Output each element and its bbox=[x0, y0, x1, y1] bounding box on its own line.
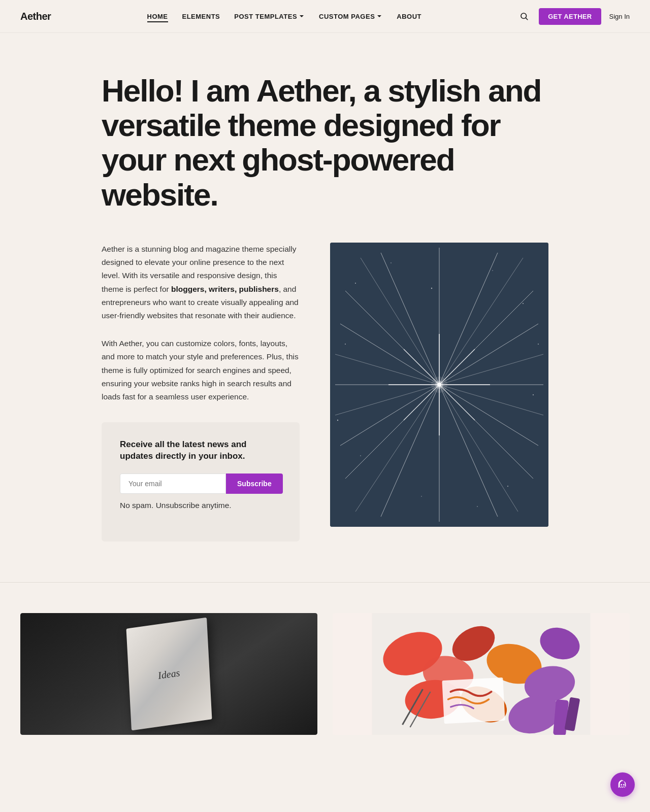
svg-line-1 bbox=[526, 18, 528, 19]
subscribe-form: Subscribe bbox=[120, 473, 281, 494]
svg-point-9 bbox=[533, 394, 534, 395]
cards-grid: Ideas bbox=[20, 613, 630, 735]
svg-point-5 bbox=[431, 288, 432, 289]
chevron-down-icon bbox=[299, 13, 305, 19]
nav-links: HOME ELEMENTS POST TEMPLATES CUSTOM PAGE… bbox=[147, 12, 422, 21]
cards-section: Ideas bbox=[0, 583, 650, 755]
svg-point-6 bbox=[492, 270, 493, 270]
paper-text: Ideas bbox=[157, 667, 180, 682]
card-image-ideas[interactable]: Ideas bbox=[20, 613, 317, 735]
card-item: Ideas bbox=[20, 613, 317, 735]
subscribe-box: Receive all the latest news and updates … bbox=[102, 422, 300, 542]
svg-rect-65 bbox=[442, 678, 505, 724]
nav-home[interactable]: HOME bbox=[147, 13, 168, 22]
hero-image bbox=[330, 243, 548, 527]
nav-actions: GET AETHER Sign In bbox=[517, 8, 630, 25]
svg-point-7 bbox=[523, 303, 524, 304]
subscribe-button[interactable]: Subscribe bbox=[226, 473, 283, 494]
svg-point-12 bbox=[421, 496, 421, 496]
brand-logo[interactable]: Aether bbox=[20, 11, 51, 22]
search-button[interactable] bbox=[517, 10, 531, 23]
hero-section: Hello! I am Aether, a stylish and versat… bbox=[81, 33, 569, 243]
paint-graphic bbox=[333, 613, 630, 735]
svg-point-3 bbox=[355, 283, 356, 284]
content-split: Aether is a stunning blog and magazine t… bbox=[81, 243, 569, 583]
email-input[interactable] bbox=[120, 473, 226, 494]
main-nav: Aether HOME ELEMENTS POST TEMPLATES CUST… bbox=[0, 0, 650, 33]
starburst-graphic bbox=[330, 243, 548, 527]
card-image-paint[interactable] bbox=[333, 613, 630, 735]
card-item bbox=[333, 613, 630, 735]
nav-about[interactable]: ABOUT bbox=[397, 13, 421, 20]
svg-point-8 bbox=[345, 344, 346, 345]
svg-point-13 bbox=[538, 344, 539, 345]
search-icon bbox=[519, 12, 529, 21]
content-right bbox=[330, 243, 548, 527]
description-paragraph-2: With Aether, you can customize colors, f… bbox=[102, 337, 300, 404]
subscribe-note: No spam. Unsubscribe anytime. bbox=[120, 499, 281, 512]
get-aether-button[interactable]: GET AETHER bbox=[539, 8, 601, 25]
svg-point-15 bbox=[477, 506, 478, 507]
sign-in-button[interactable]: Sign In bbox=[609, 13, 630, 20]
svg-point-14 bbox=[337, 420, 338, 421]
subscribe-heading: Receive all the latest news and updates … bbox=[120, 438, 281, 463]
svg-point-4 bbox=[391, 262, 392, 263]
content-left: Aether is a stunning blog and magazine t… bbox=[102, 243, 300, 542]
nav-custom-pages[interactable]: CUSTOM PAGES bbox=[319, 13, 382, 20]
nav-post-templates[interactable]: POST TEMPLATES bbox=[234, 13, 305, 20]
description-paragraph-1: Aether is a stunning blog and magazine t… bbox=[102, 243, 300, 323]
svg-point-11 bbox=[507, 486, 508, 487]
nav-elements[interactable]: ELEMENTS bbox=[182, 13, 220, 20]
svg-point-10 bbox=[360, 455, 361, 456]
chevron-down-icon bbox=[376, 13, 382, 19]
hero-heading: Hello! I am Aether, a stylish and versat… bbox=[102, 74, 548, 212]
svg-point-50 bbox=[431, 377, 447, 393]
